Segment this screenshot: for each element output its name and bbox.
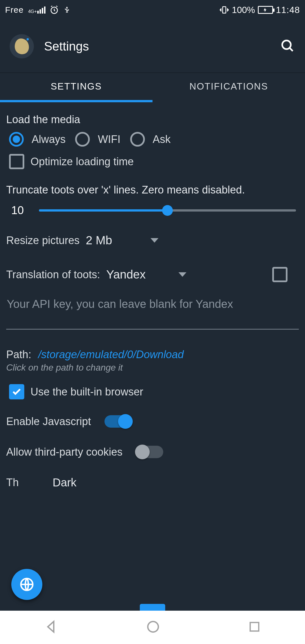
truncate-value: 10: [9, 204, 26, 217]
status-bar: Free 4G+ 100% 11:48: [0, 0, 305, 20]
app-icon[interactable]: [10, 34, 34, 58]
optimize-row[interactable]: Optimize loading time: [9, 154, 299, 169]
path-label: Path:: [6, 349, 31, 360]
radio-ask[interactable]: [130, 132, 145, 147]
chevron-down-icon: [151, 238, 158, 243]
peek-element[interactable]: [140, 604, 165, 611]
tabs: SETTINGS NOTIFICATIONS: [0, 73, 305, 102]
api-key-input[interactable]: [6, 293, 299, 330]
optimize-label: Optimize loading time: [30, 156, 134, 168]
radio-always[interactable]: [9, 132, 24, 147]
vibrate-icon: [219, 5, 229, 15]
resize-dropdown[interactable]: 2 Mb: [86, 234, 158, 247]
enable-js-toggle[interactable]: [104, 415, 132, 428]
usb-icon: [63, 5, 71, 15]
system-nav-bar: [0, 611, 305, 644]
load-media-label: Load the media: [6, 114, 299, 126]
clock: 11:48: [276, 5, 300, 15]
search-button[interactable]: [280, 38, 295, 55]
radio-wifi[interactable]: [75, 132, 90, 147]
svg-point-4: [148, 621, 158, 632]
nav-back-button[interactable]: [43, 619, 59, 636]
optimize-checkbox[interactable]: [9, 154, 24, 169]
radio-always-label[interactable]: Always: [32, 133, 66, 145]
resize-label: Resize pictures: [6, 234, 80, 247]
path-row: Path: /storage/emulated/0/Download: [6, 349, 299, 361]
status-left: Free 4G+: [5, 5, 71, 15]
cookies-label: Allow third-party cookies: [6, 446, 123, 458]
alarm-icon: [49, 5, 59, 15]
enable-js-row: Enable Javascript: [6, 415, 299, 428]
theme-dropdown[interactable]: Dark: [53, 476, 93, 489]
theme-label: Th: [6, 477, 19, 489]
slider-thumb[interactable]: [162, 205, 173, 216]
enable-js-label: Enable Javascript: [6, 415, 91, 428]
radio-ask-label[interactable]: Ask: [153, 133, 171, 145]
truncate-block: Truncate toots over 'x' lines. Zero mean…: [6, 184, 299, 217]
tab-notifications[interactable]: NOTIFICATIONS: [152, 73, 305, 102]
network-type: 4G+: [28, 10, 37, 14]
truncate-label: Truncate toots over 'x' lines. Zero mean…: [6, 184, 299, 196]
builtin-browser-label: Use the built-in browser: [30, 386, 143, 398]
translation-dropdown[interactable]: Yandex: [106, 268, 186, 281]
nav-recent-button[interactable]: [247, 619, 262, 635]
tab-settings[interactable]: SETTINGS: [0, 73, 152, 102]
cookies-toggle[interactable]: [136, 446, 163, 458]
translate-fab[interactable]: [11, 569, 42, 600]
theme-value: Dark: [53, 476, 76, 489]
path-link[interactable]: /storage/emulated/0/Download: [38, 349, 184, 360]
translation-value: Yandex: [106, 268, 145, 281]
svg-rect-5: [250, 623, 259, 631]
translation-label: Translation of toots:: [6, 269, 100, 281]
carrier-label: Free: [5, 5, 24, 15]
theme-row: Th Dark: [6, 476, 299, 489]
status-right: 100% 11:48: [219, 5, 300, 15]
load-media-options: Always WIFI Ask: [6, 132, 299, 147]
resize-row: Resize pictures 2 Mb: [6, 234, 299, 247]
builtin-browser-checkbox[interactable]: [9, 384, 24, 399]
action-bar: Settings: [0, 20, 305, 73]
signal-icon: [37, 6, 45, 14]
builtin-browser-row[interactable]: Use the built-in browser: [9, 384, 299, 399]
settings-content[interactable]: Load the media Always WIFI Ask Optimize …: [0, 102, 305, 611]
page-title: Settings: [44, 39, 89, 53]
translation-row: Translation of toots: Yandex: [6, 267, 299, 282]
nav-home-button[interactable]: [145, 619, 161, 636]
cookies-row: Allow third-party cookies: [6, 446, 299, 458]
svg-rect-1: [223, 7, 226, 13]
translation-checkbox[interactable]: [272, 267, 287, 282]
truncate-slider[interactable]: [39, 209, 296, 212]
battery-pct: 100%: [232, 5, 255, 15]
radio-wifi-label[interactable]: WIFI: [98, 133, 120, 145]
resize-value: 2 Mb: [86, 234, 112, 247]
battery-icon: [258, 6, 273, 14]
path-hint: Click on the path to change it: [6, 362, 299, 373]
chevron-down-icon: [178, 272, 186, 277]
